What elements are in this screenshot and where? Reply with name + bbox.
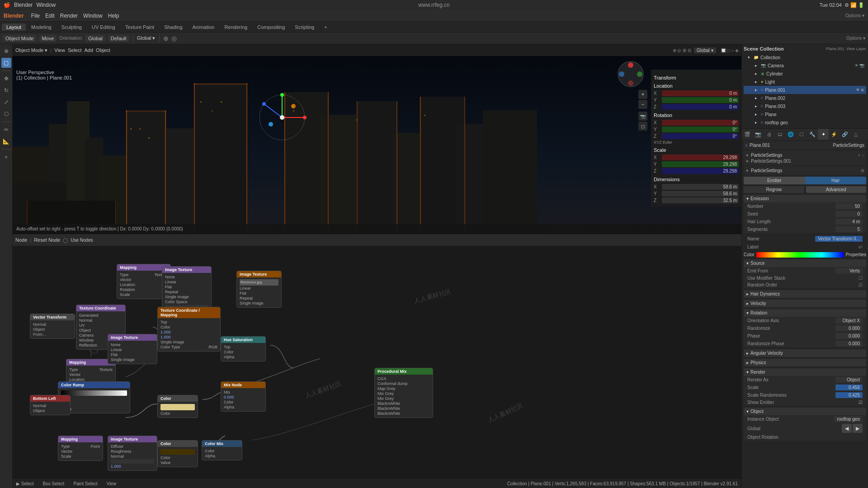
tab-scripting[interactable]: Scripting bbox=[290, 23, 319, 31]
tab-render[interactable]: 📷 bbox=[753, 129, 764, 140]
tab-object-props[interactable]: ⬡ bbox=[796, 129, 807, 140]
zoom-out-button[interactable]: − bbox=[638, 100, 647, 109]
view-layer-btn[interactable]: View Layer bbox=[846, 47, 866, 51]
snap-icon[interactable]: ⊕ bbox=[163, 35, 169, 42]
node-image-tex-orange[interactable]: Image Texture Resource.jpg Linear Flat R… bbox=[236, 271, 282, 308]
tab-modeling[interactable]: Modeling bbox=[27, 23, 56, 31]
loc-z-value[interactable]: 0 m bbox=[662, 104, 739, 110]
node-mix-center[interactable]: Mix Node Mix 0.000 Color Alpha bbox=[221, 381, 266, 412]
nav-left-arrow[interactable]: ◄ bbox=[842, 424, 852, 433]
node-editor[interactable]: Node | Reset Node ◯ Use Nodes bbox=[13, 234, 741, 488]
object-section-header[interactable]: ▾ Object bbox=[744, 408, 866, 415]
tree-light[interactable]: ▸ ● Light bbox=[744, 78, 866, 86]
rot-x-value[interactable]: 0° bbox=[662, 120, 739, 126]
node-red-bottom[interactable]: Bottom Left Normal Object bbox=[30, 395, 71, 415]
tree-plane[interactable]: ▸ ▿ Plane bbox=[744, 110, 866, 118]
color-picker[interactable] bbox=[756, 252, 844, 258]
segments-value[interactable]: 5 bbox=[835, 226, 863, 232]
node-canvas[interactable]: 人人素材社区 人人素材社区 人人素材社区 人人素材社区 Mapping Type… bbox=[13, 246, 741, 479]
show-emitter-checkbox[interactable]: ☑ bbox=[859, 400, 863, 405]
tab-compositing[interactable]: Compositing bbox=[253, 23, 289, 31]
node-vector-transform[interactable]: Vector Transform Normal Object From... bbox=[30, 314, 75, 339]
ps-add-btn[interactable]: + bbox=[858, 153, 860, 158]
tab-physics[interactable]: ⚡ bbox=[829, 129, 840, 140]
angular-velocity-header[interactable]: ▸ Angular Velocity bbox=[744, 349, 866, 357]
phase-value[interactable]: 0.000 bbox=[835, 333, 863, 339]
vp-view-controls[interactable]: 🔲 □ ○ ◈ bbox=[721, 48, 739, 53]
tab-constraints[interactable]: 🔗 bbox=[840, 129, 850, 140]
tab-object-data[interactable]: △ bbox=[850, 129, 861, 140]
tab-animation[interactable]: Animation bbox=[188, 23, 219, 31]
scale-y-value[interactable]: 29.298 bbox=[662, 161, 739, 167]
plane001-vis[interactable]: 👁 bbox=[856, 88, 860, 92]
menu-file[interactable]: File bbox=[31, 13, 40, 19]
node-procedural[interactable]: Procedural Mix CGX Conformal dump Map Gr… bbox=[374, 368, 433, 418]
dim-x-value[interactable]: 58.6 m bbox=[662, 184, 739, 190]
render-as-value[interactable]: Object bbox=[835, 377, 863, 383]
dim-y-value[interactable]: 58.6 m bbox=[662, 191, 739, 197]
rot-z-value[interactable]: 0° bbox=[662, 133, 739, 139]
tab-view-layer[interactable]: 🗂 bbox=[774, 129, 785, 140]
tree-plane002[interactable]: ▸ ▿ Plane.002 bbox=[744, 94, 866, 102]
physics-header[interactable]: ▸ Physics bbox=[744, 359, 866, 366]
tab-scene[interactable]: 🎬 bbox=[742, 129, 753, 140]
ne-status-box-select[interactable]: Box Select bbox=[43, 481, 65, 486]
rot-y-value[interactable]: 0° bbox=[662, 127, 739, 132]
tab-sculpting[interactable]: Sculpting bbox=[57, 23, 86, 31]
global-selector[interactable]: Global bbox=[85, 35, 105, 42]
measure-tool-icon[interactable]: 📐 bbox=[1, 136, 11, 146]
menu-render[interactable]: Render bbox=[60, 13, 78, 19]
perspective-button[interactable]: ◻ bbox=[638, 122, 647, 131]
loc-x-value[interactable]: 0 m bbox=[662, 90, 739, 96]
object-mode-selector[interactable]: Object Mode bbox=[3, 35, 36, 42]
scene-btn[interactable]: Plane.001 bbox=[826, 47, 844, 51]
nav-gizmo[interactable] bbox=[617, 61, 644, 88]
tree-plane003[interactable]: ▸ ▿ Plane.003 bbox=[744, 102, 866, 110]
tree-rooftop[interactable]: ▸ ▿ rooftop geo bbox=[744, 118, 866, 127]
window-menu[interactable]: Window bbox=[36, 2, 56, 8]
transform-tool-icon[interactable]: ⬡ bbox=[1, 109, 11, 119]
advanced-button[interactable]: Advanced bbox=[806, 186, 867, 193]
menu-edit[interactable]: Edit bbox=[45, 13, 55, 19]
select-tool[interactable]: ▢ bbox=[1, 58, 11, 68]
seed-value[interactable]: 0 bbox=[835, 211, 863, 217]
vp-select-menu[interactable]: Select bbox=[68, 47, 82, 53]
dim-z-value[interactable]: 32.5 m bbox=[662, 197, 739, 203]
random-order-checkbox[interactable]: ☑ bbox=[859, 282, 863, 287]
orientation-axis-value[interactable]: Object X bbox=[835, 318, 863, 324]
tab-add[interactable]: + bbox=[320, 23, 331, 31]
node-mapping-3[interactable]: Mapping TypePoint Vector Scale bbox=[58, 436, 103, 461]
menu-window[interactable]: Window bbox=[83, 13, 103, 19]
nav-right-arrow[interactable]: ► bbox=[853, 424, 863, 433]
ne-use-nodes[interactable]: Use Nodes bbox=[71, 238, 93, 243]
scale-x-value[interactable]: 29.298 bbox=[662, 155, 739, 160]
hair-length-value[interactable]: 4 m bbox=[835, 219, 863, 225]
tab-particles[interactable]: ✦ bbox=[818, 129, 829, 140]
camera-visibility[interactable]: 👁 bbox=[854, 63, 859, 68]
menu-help[interactable]: Help bbox=[108, 13, 119, 19]
render-header[interactable]: ▾ Render bbox=[744, 368, 866, 376]
vp-object-menu[interactable]: Object bbox=[96, 47, 110, 53]
use-modifier-checkbox[interactable]: ☐ bbox=[859, 276, 863, 281]
label-icon[interactable]: 🏷 bbox=[859, 245, 863, 249]
hair-dynamics-header[interactable]: ▸ Hair Dynamics bbox=[744, 290, 866, 298]
tab-texture-paint[interactable]: Texture Paint bbox=[121, 23, 159, 31]
cursor-tool[interactable]: ⊕ bbox=[1, 46, 11, 56]
move-tool[interactable]: Move bbox=[39, 35, 57, 42]
camera-render[interactable]: 📷 bbox=[859, 63, 864, 68]
tab-shading[interactable]: Shading bbox=[160, 23, 187, 31]
loc-y-value[interactable]: 0 m bbox=[662, 97, 739, 103]
aps-settings-btn[interactable]: ⚙ bbox=[861, 169, 864, 173]
ne-reset-node[interactable]: Reset Node bbox=[34, 237, 60, 243]
vp-global-btn[interactable]: Global ▾ bbox=[694, 47, 716, 53]
rotate-tool-icon[interactable]: ↻ bbox=[1, 85, 11, 95]
default-selector[interactable]: Default bbox=[108, 35, 129, 42]
emitter-button[interactable]: Emitter bbox=[744, 177, 805, 184]
node-principled[interactable]: Texture Coordinate / Mapping Top Color 1… bbox=[157, 307, 221, 352]
move-tool-icon[interactable]: ✥ bbox=[1, 74, 11, 84]
tab-modifier[interactable]: 🔧 bbox=[807, 129, 818, 140]
number-value[interactable]: 50 bbox=[835, 203, 863, 209]
scale-rand-value[interactable]: 0.425 bbox=[835, 392, 863, 398]
emission-header[interactable]: ▾ Emission bbox=[744, 195, 866, 202]
options-button[interactable]: Options ▾ bbox=[845, 13, 864, 18]
